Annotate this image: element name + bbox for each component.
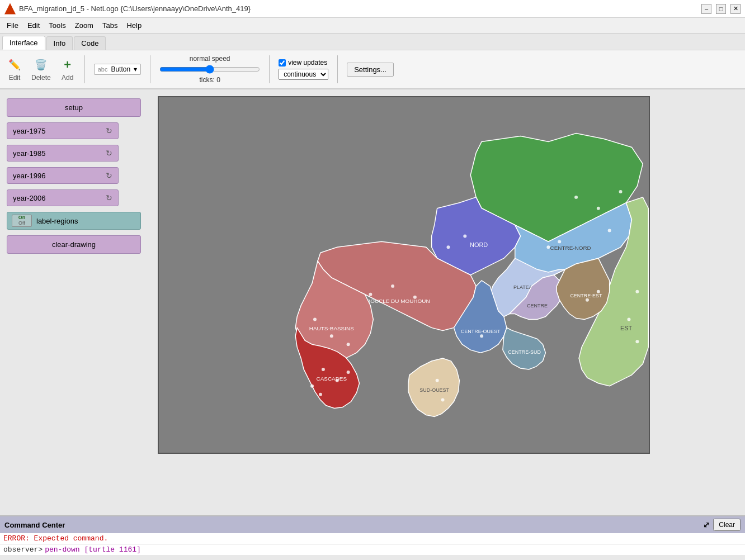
continuous-select[interactable]: continuous on ticks (279, 69, 328, 80)
svg-point-20 (546, 245, 550, 249)
svg-point-22 (635, 290, 639, 293)
svg-point-40 (597, 290, 600, 293)
svg-text:CENTRE-NORD: CENTRE-NORD (550, 245, 591, 251)
delete-button[interactable]: 🗑️ Delete (31, 57, 51, 82)
title-controls[interactable]: – □ ✕ (701, 4, 741, 14)
delete-icon: 🗑️ (33, 57, 49, 73)
svg-point-15 (608, 229, 611, 232)
separator-4 (337, 55, 338, 83)
svg-point-36 (436, 379, 439, 382)
command-center-title: Command Center (4, 521, 65, 529)
observer-label: observer> (3, 545, 43, 554)
menu-tabs[interactable]: Tabs (98, 20, 122, 31)
edit-button[interactable]: ✏️ Edit (7, 57, 22, 82)
maximize-button[interactable]: □ (716, 4, 726, 14)
tab-bar: Interface Info Code (0, 34, 745, 50)
command-error: ERROR: Expected command. (0, 533, 745, 544)
svg-point-31 (322, 368, 325, 371)
svg-point-30 (347, 343, 350, 346)
map-frame: SAHEL NORD CENTRE-NORD EST BOUCLE DU MOU… (158, 96, 650, 454)
refresh-icon-1975: ↻ (106, 126, 112, 135)
refresh-icon-1985: ↻ (106, 149, 112, 158)
year-1985-button[interactable]: year-1985 ↻ (7, 145, 119, 162)
toggle-indicator: On Off (12, 215, 32, 227)
expand-icon[interactable]: ⤢ (703, 520, 710, 529)
svg-text:CENTRE-EST: CENTRE-EST (570, 293, 602, 298)
menu-edit[interactable]: Edit (23, 20, 44, 31)
menu-bar: File Edit Tools Zoom Tabs Help (0, 18, 745, 34)
add-button[interactable]: + Add (60, 57, 76, 82)
close-button[interactable]: ✕ (730, 4, 741, 14)
command-center: Command Center ⤢ Clear ERROR: Expected c… (0, 515, 745, 560)
toolbar: ✏️ Edit 🗑️ Delete + Add abc Button ▾ nor… (0, 50, 745, 89)
sidebar: setup year-1975 ↻ year-1985 ↻ year-1996 … (0, 89, 151, 515)
view-updates-section: view updates continuous on ticks (279, 59, 328, 80)
svg-point-35 (319, 393, 322, 396)
svg-point-14 (597, 207, 600, 210)
svg-text:CENTRE-OUEST: CENTRE-OUEST (461, 329, 501, 334)
year-1975-button[interactable]: year-1975 ↻ (7, 122, 119, 139)
svg-point-39 (586, 298, 589, 302)
label-regions-toggle[interactable]: On Off label-regions (7, 212, 141, 230)
svg-text:SUD-OUEST: SUD-OUEST (419, 387, 449, 393)
year-2006-button[interactable]: year-2006 ↻ (7, 189, 119, 206)
settings-button[interactable]: Settings... (347, 63, 394, 77)
command-input[interactable] (45, 545, 742, 554)
svg-text:HAUTS-BASSINS: HAUTS-BASSINS (309, 325, 354, 331)
svg-point-19 (447, 245, 450, 249)
edit-icon: ✏️ (7, 57, 22, 73)
svg-point-27 (369, 293, 372, 296)
svg-text:CENTRE: CENTRE (527, 303, 548, 309)
setup-button[interactable]: setup (7, 98, 141, 117)
menu-zoom[interactable]: Zoom (70, 20, 98, 31)
refresh-icon-2006: ↻ (106, 193, 112, 202)
svg-text:CENTRE-SUD: CENTRE-SUD (508, 349, 541, 355)
title-bar: BFA_migration_jd_5 - NetLogo {C:\Users\j… (0, 0, 745, 18)
minimize-button[interactable]: – (701, 4, 711, 14)
tab-code[interactable]: Code (74, 36, 106, 50)
separator-2 (150, 55, 150, 83)
svg-point-25 (391, 284, 394, 288)
refresh-icon-1996: ↻ (106, 171, 112, 180)
tab-info[interactable]: Info (46, 36, 73, 50)
clear-button[interactable]: Clear (713, 519, 741, 531)
clear-drawing-button[interactable]: clear-drawing (7, 235, 141, 254)
menu-file[interactable]: File (2, 20, 23, 31)
map-container: SAHEL NORD CENTRE-NORD EST BOUCLE DU MOU… (151, 89, 745, 515)
svg-point-38 (480, 334, 483, 338)
svg-point-23 (627, 318, 630, 321)
view-updates-checkbox[interactable] (279, 59, 286, 67)
svg-point-34 (310, 385, 314, 388)
menu-help[interactable]: Help (122, 20, 146, 31)
svg-point-28 (313, 318, 317, 321)
svg-text:EST: EST (620, 325, 633, 331)
svg-point-26 (413, 296, 417, 299)
main-content: setup year-1975 ↻ year-1985 ↻ year-1996 … (0, 89, 745, 515)
svg-text:NORD: NORD (470, 241, 488, 248)
add-icon: + (60, 57, 76, 73)
command-center-header: Command Center ⤢ Clear (0, 516, 745, 533)
burkina-map-svg: SAHEL NORD CENTRE-NORD EST BOUCLE DU MOU… (159, 97, 649, 453)
svg-point-21 (558, 240, 561, 243)
widget-type-dropdown[interactable]: abc Button ▾ (94, 64, 141, 75)
speed-slider[interactable] (159, 65, 260, 74)
svg-point-18 (463, 234, 466, 238)
command-header-controls: ⤢ Clear (703, 519, 741, 531)
svg-point-17 (619, 190, 623, 193)
svg-point-37 (441, 398, 445, 402)
svg-point-16 (574, 196, 578, 199)
separator-3 (269, 55, 270, 83)
title-left: BFA_migration_jd_5 - NetLogo {C:\Users\j… (4, 3, 251, 15)
window-title: BFA_migration_jd_5 - NetLogo {C:\Users\j… (19, 4, 251, 13)
svg-point-29 (330, 334, 333, 338)
tab-interface[interactable]: Interface (2, 36, 45, 50)
svg-point-33 (347, 371, 350, 374)
menu-tools[interactable]: Tools (44, 20, 70, 31)
svg-point-32 (336, 379, 339, 382)
svg-text:BOUCLE DU MOUHOUN: BOUCLE DU MOUHOUN (367, 298, 430, 304)
netlogo-icon (4, 3, 16, 15)
svg-point-24 (635, 340, 639, 343)
command-input-row: observer> (0, 544, 745, 555)
speed-section: normal speed ticks: 0 (159, 55, 260, 84)
year-1996-button[interactable]: year-1996 ↻ (7, 167, 119, 184)
